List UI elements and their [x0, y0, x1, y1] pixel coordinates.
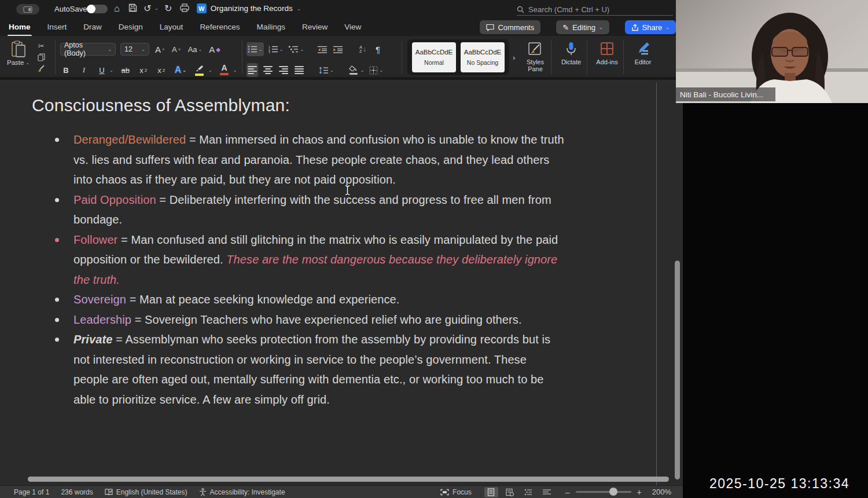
- print-layout-icon: [487, 488, 495, 496]
- shading-chevron-icon[interactable]: ⌄: [361, 68, 365, 73]
- styles-pane-icon: [528, 41, 543, 56]
- font-size-select[interactable]: 12⌄: [120, 43, 149, 56]
- bullet-item: Sovereign = Man at peace seeking knowled…: [73, 290, 564, 310]
- paste-chevron-icon: ⌄: [25, 60, 30, 65]
- search-field[interactable]: Search (Cmd + Ctrl + U): [517, 3, 673, 16]
- bullets-button[interactable]: ⌄: [247, 42, 264, 56]
- document-heading: Consciousness of Assemblyman:: [32, 96, 290, 115]
- grow-font-button[interactable]: A˄: [154, 42, 166, 56]
- word-window: AutoSave ⌂ ↺ ⌄ ↻ ⋯ W Organizing the Reco…: [0, 0, 683, 498]
- zoom-slider-thumb[interactable]: [609, 488, 617, 496]
- proofing-status[interactable]: English (United States): [105, 488, 187, 496]
- highlight-chevron-icon[interactable]: ⌄: [208, 68, 212, 73]
- highlight-button[interactable]: [194, 63, 205, 77]
- shading-button[interactable]: [348, 63, 359, 77]
- zoom-out-button[interactable]: –: [565, 488, 570, 497]
- shrink-font-button[interactable]: A˅: [171, 42, 182, 56]
- align-left-button[interactable]: [247, 63, 258, 77]
- horizontal-scrollbar[interactable]: [28, 477, 669, 482]
- subscript-button[interactable]: x2: [138, 63, 149, 77]
- editing-mode-button[interactable]: ✎ Editing ⌄: [556, 20, 609, 34]
- style-card-normal[interactable]: AaBbCcDdENormal: [412, 42, 456, 72]
- paste-button[interactable]: Paste⌄: [7, 41, 30, 74]
- document-title[interactable]: W Organizing the Records ⌄: [0, 3, 498, 13]
- line-spacing-button[interactable]: ⌄: [318, 63, 335, 77]
- dictate-button[interactable]: Dictate: [554, 41, 588, 72]
- cut-button[interactable]: ✂: [35, 41, 47, 50]
- draft-view-icon: [543, 489, 551, 495]
- web-layout-view-button[interactable]: [503, 487, 517, 497]
- share-chevron-icon: ⌄: [665, 25, 670, 30]
- font-color-button[interactable]: A: [219, 63, 230, 77]
- bold-button[interactable]: B: [60, 63, 72, 77]
- highlight-color-bar: [195, 74, 204, 76]
- ribbon-tabs: HomeInsertDrawDesignLayoutReferencesMail…: [0, 23, 361, 32]
- styles-pane-button[interactable]: Styles Pane: [518, 41, 552, 72]
- ribbon-tab-row: HomeInsertDrawDesignLayoutReferencesMail…: [0, 19, 683, 36]
- editor-button[interactable]: Editor: [626, 41, 660, 72]
- italic-button[interactable]: I: [78, 63, 90, 77]
- multilevel-chevron-icon: ⌄: [300, 47, 304, 52]
- sort-button[interactable]: AZ ↓: [357, 42, 369, 56]
- addins-icon: [599, 41, 615, 56]
- focus-icon: [440, 489, 449, 496]
- comments-button[interactable]: Comments: [480, 20, 540, 34]
- font-name-select[interactable]: Aptos (Body)⌄: [60, 43, 116, 56]
- tab-references[interactable]: References: [200, 23, 240, 32]
- tab-layout[interactable]: Layout: [160, 23, 183, 32]
- underline-chevron-icon[interactable]: ⌄: [109, 68, 113, 73]
- bullets-chevron-icon: ⌄: [259, 47, 263, 52]
- bullet-item: Private = Assemblyman who seeks protecti…: [73, 329, 564, 409]
- font-color-chevron-icon[interactable]: ⌄: [233, 68, 237, 73]
- webcam-video: Niti Bali - Bucolic Livin...: [676, 0, 868, 103]
- share-button[interactable]: Share ⌄: [625, 20, 676, 34]
- borders-button[interactable]: ⌄: [368, 63, 384, 77]
- multilevel-list-button[interactable]: ⌄: [288, 42, 305, 56]
- numbering-button[interactable]: 123 ⌄: [267, 42, 285, 56]
- tab-review[interactable]: Review: [302, 23, 328, 32]
- tab-draw[interactable]: Draw: [83, 23, 102, 32]
- borders-icon: [369, 66, 378, 75]
- outline-view-button[interactable]: [521, 487, 535, 497]
- zoom-slider[interactable]: [576, 491, 631, 493]
- strikethrough-button[interactable]: ab: [120, 63, 131, 77]
- align-center-button[interactable]: [262, 63, 274, 77]
- tab-insert[interactable]: Insert: [47, 23, 67, 32]
- draft-view-button[interactable]: [540, 487, 554, 497]
- style-card-no-spacing[interactable]: AaBbCcDdENo Spacing: [461, 42, 505, 72]
- print-layout-view-button[interactable]: [484, 487, 498, 497]
- tab-view[interactable]: View: [344, 23, 361, 32]
- justify-button[interactable]: [293, 63, 305, 77]
- tab-mailings[interactable]: Mailings: [256, 23, 285, 32]
- bullet-item: Leadership = Sovereign Teachers who have…: [73, 310, 564, 330]
- zoom-in-button[interactable]: +: [637, 488, 642, 497]
- increase-indent-button[interactable]: [332, 42, 344, 56]
- styles-gallery-expand-icon[interactable]: ›: [513, 53, 515, 62]
- bullet-list: Deranged/Bewildered = Man immersed in ch…: [73, 130, 564, 409]
- underline-button[interactable]: U: [96, 63, 108, 77]
- tab-home[interactable]: Home: [9, 23, 31, 32]
- show-marks-button[interactable]: ¶: [372, 42, 384, 56]
- clear-formatting-button[interactable]: A◆: [208, 42, 222, 56]
- focus-button[interactable]: Focus: [440, 488, 472, 496]
- text-effects-button[interactable]: A⌄: [174, 63, 187, 77]
- change-case-button[interactable]: Aa⌄: [187, 42, 204, 56]
- screen: AutoSave ⌂ ↺ ⌄ ↻ ⋯ W Organizing the Reco…: [0, 0, 868, 498]
- word-count[interactable]: 236 words: [61, 488, 93, 496]
- tab-design[interactable]: Design: [119, 23, 143, 32]
- copy-button[interactable]: [35, 53, 47, 62]
- align-right-button[interactable]: [278, 63, 289, 77]
- text-cursor-pointer: [344, 185, 351, 196]
- addins-button[interactable]: Add-ins: [590, 41, 624, 72]
- font-size-chevron-icon: ⌄: [141, 47, 145, 52]
- accessibility-status[interactable]: Accessibility: Investigate: [199, 488, 285, 496]
- vertical-scrollbar[interactable]: [675, 261, 680, 479]
- zoom-level[interactable]: 200%: [652, 488, 671, 496]
- document-canvas[interactable]: Consciousness of Assemblyman: Deranged/B…: [0, 83, 683, 485]
- page-indicator[interactable]: Page 1 of 1: [14, 488, 49, 496]
- numbering-chevron-icon: ⌄: [279, 47, 284, 52]
- format-painter-button[interactable]: [35, 64, 47, 74]
- decrease-indent-button[interactable]: [317, 42, 329, 56]
- format-painter-icon: [37, 65, 46, 73]
- superscript-button[interactable]: x2: [156, 63, 167, 77]
